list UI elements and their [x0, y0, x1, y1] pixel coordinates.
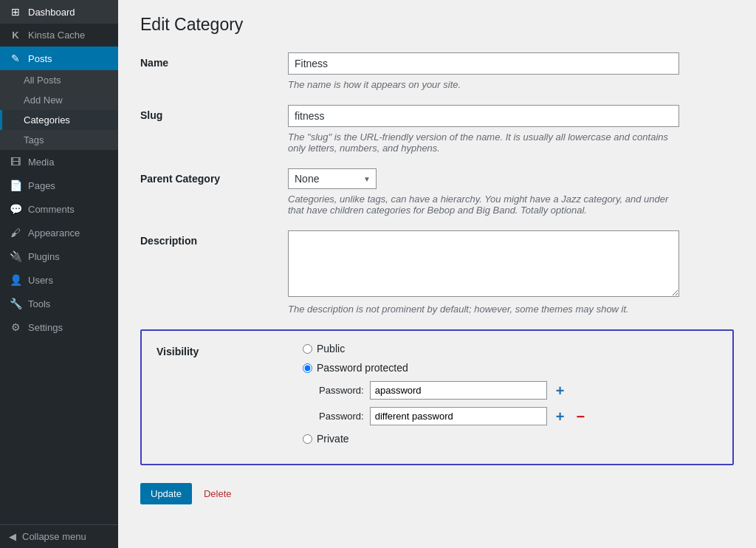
sidebar-item-settings[interactable]: ⚙ Settings [0, 315, 118, 339]
parent-select[interactable]: None [288, 168, 377, 189]
sidebar-item-users[interactable]: 👤 Users [0, 268, 118, 292]
password2-row: Password: + − [319, 407, 718, 425]
slug-row: Slug The "slug" is the URL-friendly vers… [140, 105, 734, 154]
sidebar-item-posts[interactable]: ✎ Posts [0, 47, 118, 70]
visibility-password-row: Password protected [303, 362, 718, 374]
sidebar-item-dashboard[interactable]: ⊞ Dashboard [0, 0, 118, 24]
visibility-box: Visibility Public Password protected Pas… [140, 329, 734, 465]
action-row: Update Delete [140, 483, 734, 504]
collapse-menu[interactable]: ◀ Collapse menu [0, 524, 118, 548]
users-icon: 👤 [9, 274, 22, 286]
visibility-label: Visibility [157, 343, 303, 357]
sidebar-submenu-tags[interactable]: Tags [0, 130, 118, 150]
name-input[interactable] [288, 52, 679, 75]
sidebar-item-plugins[interactable]: 🔌 Plugins [0, 244, 118, 268]
delete-button[interactable]: Delete [204, 488, 232, 499]
password2-label: Password: [319, 411, 364, 422]
visibility-password-label: Password protected [317, 362, 408, 374]
password2-remove-button[interactable]: − [573, 409, 588, 424]
name-description: The name is how it appears on your site. [288, 79, 679, 90]
visibility-private-label: Private [317, 433, 349, 445]
sidebar-submenu-all-posts[interactable]: All Posts [0, 70, 118, 90]
tools-icon: 🔧 [9, 298, 22, 309]
description-field-container: The description is not prominent by defa… [288, 230, 734, 315]
name-row: Name The name is how it appears on your … [140, 52, 734, 90]
posts-icon: ✎ [9, 52, 22, 64]
sidebar-item-tools[interactable]: 🔧 Tools [0, 292, 118, 315]
sidebar-item-appearance[interactable]: 🖌 Appearance [0, 221, 118, 244]
password2-input[interactable] [370, 407, 547, 425]
comments-icon: 💬 [9, 203, 22, 215]
main-content: Edit Category Name The name is how it ap… [118, 0, 756, 548]
slug-input[interactable] [288, 105, 679, 127]
plugins-icon: 🔌 [9, 250, 22, 262]
sidebar-item-media[interactable]: 🎞 Media [0, 150, 118, 174]
visibility-public-radio[interactable] [303, 344, 312, 354]
slug-field-container: The "slug" is the URL-friendly version o… [288, 105, 734, 154]
parent-field-container: None ▼ Categories, unlike tags, can have… [288, 168, 734, 216]
description-textarea[interactable] [288, 230, 679, 297]
posts-submenu: All Posts Add New Categories Tags [0, 70, 118, 150]
parent-label: Parent Category [140, 168, 288, 185]
appearance-icon: 🖌 [9, 227, 22, 239]
password1-add-button[interactable]: + [553, 383, 568, 398]
visibility-password-radio[interactable] [303, 363, 312, 373]
collapse-icon: ◀ [9, 531, 16, 542]
pages-icon: 📄 [9, 179, 22, 191]
description-row: Description The description is not promi… [140, 230, 734, 315]
parent-description: Categories, unlike tags, can have a hier… [288, 193, 679, 216]
sidebar-item-kinsta-cache[interactable]: K Kinsta Cache [0, 24, 118, 47]
sidebar-submenu-add-new[interactable]: Add New [0, 90, 118, 110]
slug-description: The "slug" is the URL-friendly version o… [288, 131, 679, 154]
sidebar-submenu-categories[interactable]: Categories [0, 110, 118, 130]
visibility-public-row: Public [303, 343, 718, 355]
slug-label: Slug [140, 105, 288, 121]
visibility-options: Public Password protected Password: + Pa… [303, 343, 718, 452]
visibility-public-label: Public [317, 343, 345, 355]
parent-select-wrap: None ▼ [288, 168, 377, 189]
description-note: The description is not prominent by defa… [288, 304, 679, 315]
settings-icon: ⚙ [9, 321, 22, 333]
update-button[interactable]: Update [140, 483, 192, 504]
password1-row: Password: + [319, 381, 718, 400]
visibility-private-radio[interactable] [303, 434, 312, 444]
sidebar-item-pages[interactable]: 📄 Pages [0, 174, 118, 197]
password1-label: Password: [319, 385, 364, 396]
parent-row: Parent Category None ▼ Categories, unlik… [140, 168, 734, 216]
visibility-private-row: Private [303, 433, 718, 445]
media-icon: 🎞 [9, 156, 22, 168]
dashboard-icon: ⊞ [9, 6, 22, 18]
kinsta-icon: K [9, 30, 22, 41]
password2-add-button[interactable]: + [553, 409, 568, 424]
page-title: Edit Category [140, 15, 734, 35]
sidebar-item-comments[interactable]: 💬 Comments [0, 197, 118, 221]
description-label: Description [140, 230, 288, 247]
name-field-container: The name is how it appears on your site. [288, 52, 734, 90]
name-label: Name [140, 52, 288, 69]
sidebar: ⊞ Dashboard K Kinsta Cache ✎ Posts All P… [0, 0, 118, 548]
password1-input[interactable] [370, 381, 547, 400]
